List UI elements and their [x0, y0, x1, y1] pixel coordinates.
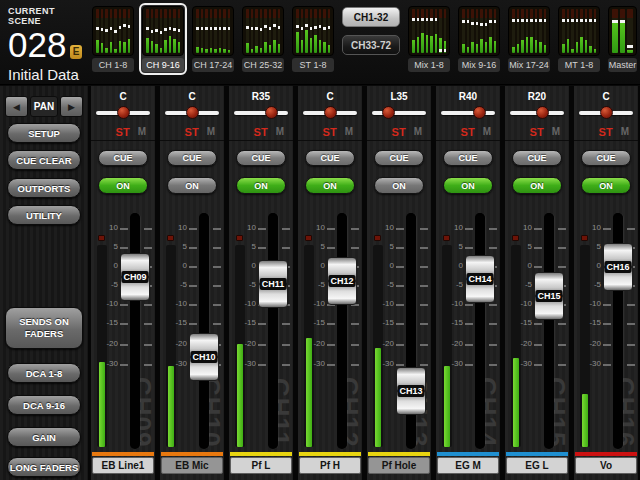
fader-cap[interactable]: CH12 [327, 257, 357, 305]
bank-label: ST 1-8 [292, 58, 334, 72]
sends-on-faders-button[interactable]: SENDS ON FADERS [5, 307, 83, 349]
pan-knob[interactable] [186, 106, 199, 119]
gain-button[interactable]: GAIN [7, 427, 81, 447]
fader-cap[interactable]: CH13 [396, 367, 426, 415]
fader-cap-label: CH16 [604, 261, 631, 273]
fader-cap[interactable]: CH09 [120, 253, 150, 301]
pan-knob[interactable] [324, 106, 337, 119]
setup-button[interactable]: SETUP [7, 123, 81, 143]
on-button[interactable]: ON [374, 177, 424, 194]
channel-name[interactable]: EB Line1 [92, 457, 154, 474]
meter-bar [627, 9, 633, 53]
fader-track[interactable] [337, 213, 347, 449]
fader-scale-tick [534, 228, 542, 230]
fader-scale-tick [120, 323, 128, 325]
fader-cap[interactable]: CH11 [258, 260, 288, 308]
cue-button[interactable]: CUE [98, 150, 148, 166]
pan-slider[interactable] [574, 103, 638, 123]
right-arrow-icon[interactable]: ▶ [60, 96, 83, 117]
fader-track[interactable] [544, 213, 554, 449]
on-button[interactable]: ON [443, 177, 493, 194]
fader-scale-label: 0 [160, 262, 187, 270]
dca-9-16-button[interactable]: DCA 9-16 [7, 395, 81, 415]
channel-name[interactable]: Pf L [230, 457, 292, 474]
meter-bank-block[interactable]: CH 17-24 [189, 3, 237, 75]
pan-slider[interactable] [160, 103, 224, 123]
fader-scale-tick [558, 323, 566, 325]
channel-name[interactable]: Vo [575, 457, 637, 474]
cue-button[interactable]: CUE [305, 150, 355, 166]
outports-button[interactable]: OUTPORTS [7, 178, 81, 198]
fader-scale-tick [558, 266, 566, 268]
pan-knob[interactable] [473, 106, 486, 119]
meter-bank-block[interactable]: CH 1-8 [89, 3, 137, 75]
on-button[interactable]: ON [167, 177, 217, 194]
fader-scale-label: -20 [229, 340, 256, 348]
fader-scale-tick [420, 285, 428, 287]
cue-button[interactable]: CUE [443, 150, 493, 166]
pan-slider[interactable] [367, 103, 431, 123]
fader-track[interactable] [199, 213, 209, 449]
cue-clear-button[interactable]: CUE CLEAR [7, 150, 81, 170]
bank-button-1[interactable]: CH33-72 [342, 35, 400, 55]
meter-bar [173, 9, 176, 53]
dca-1-8-button[interactable]: DCA 1-8 [7, 363, 81, 383]
pan-slider[interactable] [298, 103, 362, 123]
pan-knob[interactable] [117, 106, 130, 119]
channel-color-bar [368, 452, 430, 456]
level-meter-fill [513, 358, 519, 447]
fader-track[interactable] [130, 213, 140, 449]
fader-scale-tick [603, 228, 611, 230]
pan-slider[interactable] [505, 103, 569, 123]
fader-scale-label: 5 [505, 243, 532, 251]
cue-button[interactable]: CUE [581, 150, 631, 166]
fader-cap[interactable]: CH16 [603, 243, 633, 291]
pan-slider[interactable] [229, 103, 293, 123]
on-button[interactable]: ON [581, 177, 631, 194]
mono-assign-flag: M [621, 126, 629, 137]
on-button[interactable]: ON [236, 177, 286, 194]
stagemix-app: CURRENT SCENE 028 E Initial Data CH 1-8 … [0, 0, 640, 480]
utility-button[interactable]: UTILITY [7, 205, 81, 225]
meter-bar [155, 9, 158, 53]
meter-bank-block[interactable]: CH 25-32 [239, 3, 287, 75]
channel-name[interactable]: EG L [506, 457, 568, 474]
on-button[interactable]: ON [512, 177, 562, 194]
cue-button[interactable]: CUE [512, 150, 562, 166]
fader-cap[interactable]: CH15 [534, 272, 564, 320]
left-arrow-icon[interactable]: ◀ [5, 96, 28, 117]
pan-knob[interactable] [265, 106, 278, 119]
cue-button[interactable]: CUE [167, 150, 217, 166]
pan-knob[interactable] [382, 106, 395, 119]
pan-slider[interactable] [436, 103, 500, 123]
cue-button[interactable]: CUE [374, 150, 424, 166]
meter-bank-block[interactable]: CH 9-16 [139, 3, 187, 75]
bank-label: MT 1-8 [558, 58, 600, 72]
cue-button[interactable]: CUE [236, 150, 286, 166]
pan-knob[interactable] [600, 106, 613, 119]
bank-meter [142, 6, 184, 56]
meter-bank-block[interactable]: Mix 17-24 [505, 3, 553, 75]
meter-bank-block[interactable]: ST 1-8 [289, 3, 337, 75]
pan-knob[interactable] [536, 106, 549, 119]
fader-track[interactable] [268, 213, 278, 449]
on-button[interactable]: ON [98, 177, 148, 194]
meter-bank-block[interactable]: Master [605, 3, 640, 75]
channel-name[interactable]: Pf H [299, 457, 361, 474]
on-button[interactable]: ON [305, 177, 355, 194]
long-faders-button[interactable]: LONG FADERS [7, 457, 81, 477]
bank-button-0[interactable]: CH1-32 [342, 7, 400, 27]
meter-bank-block[interactable]: MT 1-8 [555, 3, 603, 75]
fader-scale-label: -20 [160, 340, 187, 348]
meter-bank-block[interactable]: Mix 9-16 [455, 3, 503, 75]
pan-slider[interactable] [91, 103, 155, 123]
fader-cap[interactable]: CH10 [189, 333, 219, 381]
channel-name[interactable]: Pf Hole [368, 457, 430, 474]
current-scene-panel[interactable]: CURRENT SCENE 028 E Initial Data [0, 0, 88, 85]
meter-bank-block[interactable]: Mix 1-8 [405, 3, 453, 75]
channel-name[interactable]: EG M [437, 457, 499, 474]
fader-cap[interactable]: CH14 [465, 255, 495, 303]
fader-track[interactable] [475, 213, 485, 449]
fader-zone: CH10 1050-5-10-15-20-30 CH10 [160, 203, 224, 447]
channel-name[interactable]: EB Mic [161, 457, 223, 474]
